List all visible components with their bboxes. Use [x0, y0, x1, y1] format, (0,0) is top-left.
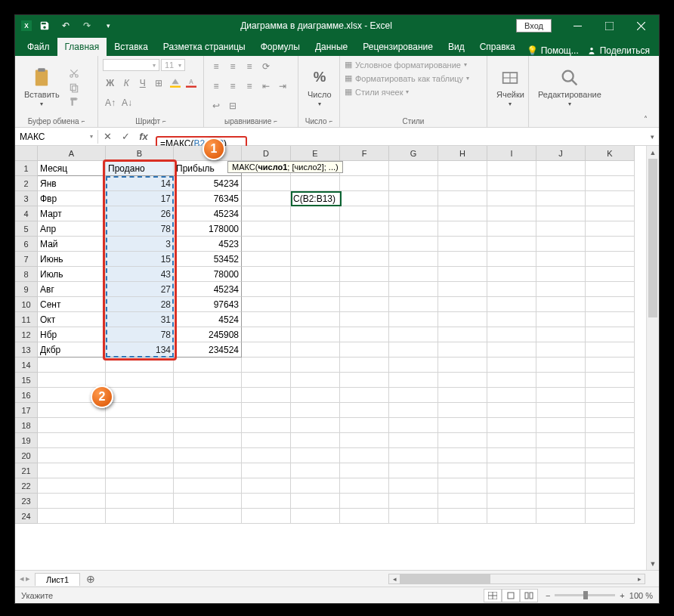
row-header-4[interactable]: 4	[15, 206, 38, 221]
cell-D21[interactable]	[242, 463, 291, 478]
merge-button[interactable]: ⊟	[225, 98, 240, 113]
cell-G7[interactable]	[389, 252, 438, 267]
cell-A6[interactable]: Май	[38, 237, 106, 252]
cell-F16[interactable]	[340, 388, 389, 403]
row-header-12[interactable]: 12	[15, 327, 38, 342]
cell-G16[interactable]	[389, 388, 438, 403]
cell-J6[interactable]	[536, 237, 586, 252]
column-header-G[interactable]: G	[389, 146, 438, 161]
share-button[interactable]: Поделиться	[586, 45, 650, 56]
cell-D5[interactable]	[242, 221, 291, 237]
cell-H14[interactable]	[438, 358, 487, 373]
format-as-table-button[interactable]: ▦Форматировать как таблицу▾	[345, 73, 482, 84]
cell-E21[interactable]	[291, 463, 340, 478]
cell-I4[interactable]	[487, 206, 536, 221]
cell-K12[interactable]	[586, 327, 635, 342]
cell-E23[interactable]	[291, 494, 340, 509]
cell-F24[interactable]	[340, 509, 389, 524]
cell-E12[interactable]	[291, 327, 340, 342]
cell-G13[interactable]	[389, 342, 438, 358]
dialog-launcher-icon[interactable]: ⌐	[274, 118, 277, 125]
cell-E10[interactable]	[291, 297, 340, 312]
cell-H20[interactable]	[438, 448, 487, 463]
cell-D17[interactable]	[242, 403, 291, 418]
cell-A8[interactable]: Июль	[38, 267, 106, 282]
cell-D23[interactable]	[242, 494, 291, 509]
cell-A20[interactable]	[38, 448, 106, 463]
cell-A23[interactable]	[38, 494, 106, 509]
cell-D12[interactable]	[242, 327, 291, 342]
cell-H21[interactable]	[438, 463, 487, 478]
row-header-22[interactable]: 22	[15, 478, 38, 494]
row-header-3[interactable]: 3	[15, 191, 38, 206]
cell-J14[interactable]	[536, 358, 586, 373]
cell-G6[interactable]	[389, 237, 438, 252]
cell-D22[interactable]	[242, 478, 291, 494]
login-button[interactable]: Вход	[516, 19, 552, 33]
italic-button[interactable]: К	[119, 76, 134, 91]
cell-I6[interactable]	[487, 237, 536, 252]
cell-C11[interactable]: 4524	[174, 312, 242, 327]
sheet-nav-next[interactable]: ▸	[26, 574, 30, 583]
cell-E2[interactable]	[291, 176, 340, 191]
cell-K4[interactable]	[586, 206, 635, 221]
cells-button[interactable]: Ячейки ▾	[492, 66, 529, 109]
cell-H12[interactable]	[438, 327, 487, 342]
cell-H22[interactable]	[438, 478, 487, 494]
cell-J24[interactable]	[536, 509, 586, 524]
cell-E11[interactable]	[291, 312, 340, 327]
cell-G18[interactable]	[389, 418, 438, 433]
cell-A14[interactable]	[38, 358, 106, 373]
cell-G15[interactable]	[389, 373, 438, 388]
cell-A11[interactable]: Окт	[38, 312, 106, 327]
cell-C20[interactable]	[174, 448, 242, 463]
number-format-button[interactable]: % Число ▾	[303, 66, 336, 109]
cell-K10[interactable]	[586, 297, 635, 312]
cell-C2[interactable]: 54234	[174, 176, 242, 191]
cell-B22[interactable]	[106, 478, 174, 494]
cell-J11[interactable]	[536, 312, 586, 327]
cell-J20[interactable]	[536, 448, 586, 463]
cell-I15[interactable]	[487, 373, 536, 388]
scroll-up-button[interactable]: ▲	[647, 146, 659, 159]
cell-A22[interactable]	[38, 478, 106, 494]
cell-H2[interactable]	[438, 176, 487, 191]
cell-J16[interactable]	[536, 388, 586, 403]
cell-J3[interactable]	[536, 191, 586, 206]
cell-C18[interactable]	[174, 418, 242, 433]
cell-B4[interactable]: 26	[106, 206, 174, 221]
decrease-font-button[interactable]: A↓	[119, 95, 134, 110]
cell-J15[interactable]	[536, 373, 586, 388]
save-button[interactable]	[36, 17, 53, 34]
zoom-slider[interactable]	[555, 594, 615, 596]
cell-H18[interactable]	[438, 418, 487, 433]
cell-H19[interactable]	[438, 433, 487, 448]
cell-B6[interactable]: 3	[106, 237, 174, 252]
cell-J10[interactable]	[536, 297, 586, 312]
paste-button[interactable]: Вставить ▾	[20, 66, 64, 109]
cell-I7[interactable]	[487, 252, 536, 267]
cell-I14[interactable]	[487, 358, 536, 373]
row-header-21[interactable]: 21	[15, 463, 38, 478]
cell-C17[interactable]	[174, 403, 242, 418]
cell-I19[interactable]	[487, 433, 536, 448]
cell-H17[interactable]	[438, 403, 487, 418]
row-header-18[interactable]: 18	[15, 418, 38, 433]
row-header-9[interactable]: 9	[15, 282, 38, 297]
cell-I23[interactable]	[487, 494, 536, 509]
cell-E18[interactable]	[291, 418, 340, 433]
expand-formula-bar-button[interactable]: ▾	[645, 133, 659, 141]
cell-F8[interactable]	[340, 267, 389, 282]
cell-J21[interactable]	[536, 463, 586, 478]
cell-I12[interactable]	[487, 327, 536, 342]
cell-E20[interactable]	[291, 448, 340, 463]
cell-D4[interactable]	[242, 206, 291, 221]
tell-me[interactable]: 💡 Помощ...	[527, 45, 579, 56]
cell-I21[interactable]	[487, 463, 536, 478]
row-header-23[interactable]: 23	[15, 494, 38, 509]
cell-K19[interactable]	[586, 433, 635, 448]
cell-E6[interactable]	[291, 237, 340, 252]
cell-K13[interactable]	[586, 342, 635, 358]
scroll-left-button[interactable]: ◂	[389, 574, 400, 583]
cell-A4[interactable]: Март	[38, 206, 106, 221]
